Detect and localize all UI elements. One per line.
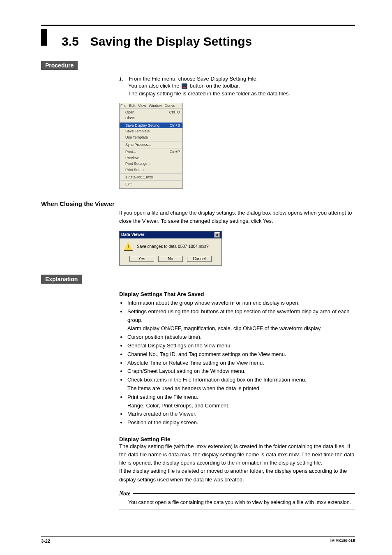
menu-item[interactable]: Save Template [120, 128, 182, 134]
list-item-subtext: Alarm display ON/OFF, magnification, sca… [127, 324, 355, 333]
menu-item-accel: Ctrl+O [169, 110, 180, 115]
procedure-tag: Procedure [41, 61, 78, 70]
list-item: General Display Settings on the View men… [127, 342, 355, 350]
menu-separator [120, 173, 182, 174]
list-item: Position of the display screen. [127, 419, 355, 427]
no-button[interactable]: No [158, 256, 183, 262]
menu-item[interactable]: Sync Process... [120, 142, 182, 148]
file-menu-screenshot: File Edit View Window Conve Open...Ctrl+… [119, 103, 183, 189]
explanation-tag: Explanation [41, 275, 82, 284]
explanation-section: Explanation Display Settings That Are Sa… [41, 275, 355, 509]
list-item: Cursor position (absolute time). [127, 333, 355, 342]
step-number: 1. [119, 76, 123, 82]
menu-separator [120, 122, 182, 122]
list-item-text: General Display Settings on the View men… [127, 342, 232, 349]
page-title-row: 3.5 Saving the Display Settings [41, 29, 355, 49]
note-rule [133, 493, 355, 494]
page-number: 3-22 [41, 539, 50, 543]
section-title: Saving the Display Settings [90, 35, 252, 49]
menu-item-label: Print... [125, 149, 136, 155]
list-item-text: Channel No., Tag ID, and Tag comment set… [127, 351, 286, 357]
list-item-subtext: The items are used as headers when the d… [127, 384, 355, 393]
list-item-text: Marks created on the Viewer. [127, 411, 196, 417]
note-label: Note [119, 490, 130, 497]
list-item: Graph/Sheet Layout setting on the Window… [127, 367, 355, 376]
warning-icon: ! [124, 242, 133, 251]
menu-item[interactable]: Print Setup... [120, 167, 182, 173]
menu-item-label: Print Setup... [125, 167, 147, 173]
step-1: 1. From the File menu, choose Save Displ… [119, 76, 355, 82]
menu-bar: File Edit View Window Conve [120, 103, 182, 109]
menu-separator [120, 141, 182, 141]
substep-2: The display setting file is created in t… [128, 90, 355, 98]
list-item: Settings entered using the tool buttons … [127, 308, 355, 333]
list-item: Information about the group whose wavefo… [127, 299, 355, 308]
list-item-text: Information about the group whose wavefo… [127, 300, 300, 306]
step-text: From the File menu, choose Save Display … [129, 76, 258, 82]
menu-file: File [120, 104, 127, 108]
save-icon [182, 83, 187, 89]
menu-item-label: Save Template [125, 129, 150, 134]
list-item-text: Absolute Time or Relative Time setting o… [127, 360, 264, 366]
substep-1b: button on the toolbar. [190, 83, 240, 89]
section-number: 3.5 [62, 35, 79, 49]
menu-item[interactable]: Print Settings ... [120, 161, 182, 167]
menu-item[interactable]: Exit [120, 181, 182, 187]
list-item-text: Check box items in the File Information … [127, 377, 307, 383]
menu-dropdown: Open...Ctrl+OCloseSave Display SettingCt… [120, 109, 182, 188]
menu-item[interactable]: 1 data-0011.mxs [120, 174, 182, 180]
menu-view: View [138, 104, 146, 108]
display-setting-file-heading: Display Setting File [119, 436, 355, 442]
menu-item[interactable]: Save Display SettingCtrl+S [120, 123, 182, 129]
list-item-text: Position of the display screen. [127, 419, 198, 426]
menu-item[interactable]: Close [120, 115, 182, 121]
menu-item-label: Save Display Setting [125, 123, 159, 128]
doc-id: IM MX180-01E [330, 539, 355, 543]
menu-separator [120, 180, 182, 181]
saved-settings-heading: Display Settings That Are Saved [119, 291, 355, 297]
close-icon[interactable]: × [214, 232, 220, 238]
dialog-title: Data Viewer [121, 232, 145, 238]
menu-item[interactable]: Use Template [120, 134, 182, 141]
menu-item[interactable]: Preview [120, 155, 182, 161]
menu-separator [120, 148, 182, 148]
menu-item-label: Preview [125, 155, 138, 161]
dialog-message: Save changes to data-0507-1004.mxs? [137, 244, 209, 249]
page-footer: 3-22 IM MX180-01E [41, 536, 355, 543]
menu-window: Window [149, 104, 162, 108]
closing-paragraph: If you open a file and change the displa… [119, 209, 355, 225]
menu-item-label: Close [125, 116, 135, 121]
menu-item-accel: Ctrl+P [170, 149, 180, 155]
list-item-subtext: Range, Color, Print Groups, and Comment. [127, 402, 355, 410]
closing-heading: When Closing the Viewer [41, 200, 355, 207]
list-item: Marks created on the Viewer. [127, 410, 355, 419]
menu-item-label: Open... [125, 110, 138, 115]
list-item-text: Graph/Sheet Layout setting on the Window… [127, 368, 246, 374]
menu-item[interactable]: Print...Ctrl+P [120, 149, 182, 155]
list-item: Absolute Time or Relative Time setting o… [127, 359, 355, 368]
cancel-button[interactable]: Cancel [187, 256, 212, 262]
saved-settings-list: Information about the group whose wavefo… [119, 299, 355, 427]
top-rule [41, 25, 355, 26]
menu-item-label: Print Settings ... [125, 161, 152, 166]
menu-conve: Conve [164, 104, 175, 108]
menu-item-label: Exit [125, 182, 131, 187]
menu-edit: Edit [129, 104, 136, 108]
procedure-section: Procedure 1. From the File menu, choose … [41, 61, 355, 189]
menu-item-label: Sync Process... [125, 142, 151, 148]
list-item: Print setting on the File menu.Range, Co… [127, 393, 355, 410]
menu-item-label: Use Template [125, 135, 148, 140]
list-item: Channel No., Tag ID, and Tag comment set… [127, 350, 355, 359]
note-block: Note You cannot open a file containing t… [119, 490, 355, 509]
menu-item-accel: Ctrl+S [170, 123, 180, 128]
menu-item[interactable]: Open...Ctrl+O [120, 109, 182, 116]
save-dialog: Data Viewer × ! Save changes to data-050… [119, 231, 222, 266]
display-setting-file-para: The display setting file (with the .mxv … [119, 442, 355, 484]
yes-button[interactable]: Yes [129, 256, 154, 262]
substep-1a: You can also click the [128, 83, 181, 89]
list-item: Check box items in the File Information … [127, 376, 355, 393]
title-accent [41, 29, 47, 46]
list-item-text: Print setting on the File menu. [127, 394, 198, 400]
menu-item-label: 1 data-0011.mxs [125, 175, 153, 180]
list-item-text: Cursor position (absolute time). [127, 334, 202, 340]
